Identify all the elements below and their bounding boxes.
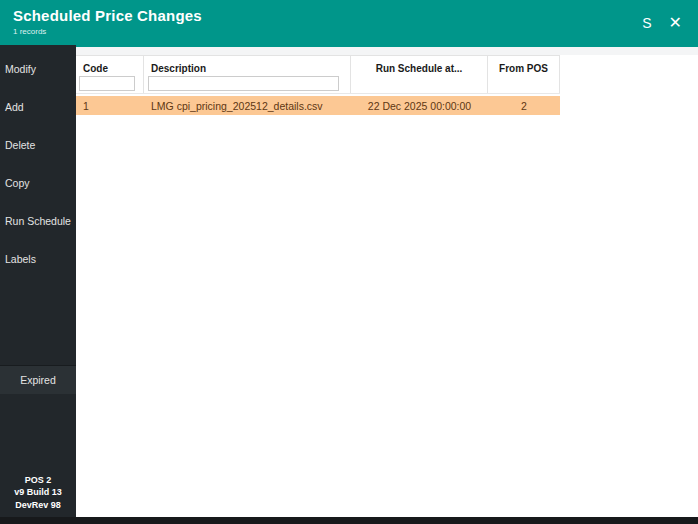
grid-filter-row bbox=[76, 76, 560, 94]
column-header-from-pos[interactable]: From POS bbox=[488, 56, 560, 76]
sidebar-item-delete[interactable]: Delete bbox=[0, 126, 76, 164]
row-run-schedule-value: 22 Dec 2025 00:00:00 bbox=[351, 100, 488, 112]
code-filter-input[interactable] bbox=[79, 76, 135, 91]
grid-top-strip bbox=[76, 47, 698, 55]
sidebar-item-run-schedule[interactable]: Run Schedule bbox=[0, 202, 76, 240]
column-header-run-schedule-at[interactable]: Run Schedule at... bbox=[351, 56, 488, 76]
filter-cell-description bbox=[144, 76, 351, 93]
sidebar-item-copy[interactable]: Copy bbox=[0, 164, 76, 202]
title-bar: Scheduled Price Changes 1 records S ✕ bbox=[0, 0, 698, 45]
record-count: 1 records bbox=[13, 27, 202, 36]
grid-header-row: Code Description Run Schedule at... From… bbox=[76, 56, 560, 76]
row-description-value: LMG cpi_pricing_202512_details.csv bbox=[144, 100, 351, 112]
main-content: Code Description Run Schedule at... From… bbox=[76, 45, 698, 517]
row-from-pos-value: 2 bbox=[488, 100, 560, 112]
filter-cell-from-pos bbox=[488, 76, 560, 93]
title-block: Scheduled Price Changes 1 records bbox=[0, 0, 202, 36]
bottom-bar bbox=[0, 517, 698, 524]
sidebar-item-modify[interactable]: Modify bbox=[0, 50, 76, 88]
column-header-description[interactable]: Description bbox=[144, 56, 351, 76]
scheduled-price-changes-window: Scheduled Price Changes 1 records S ✕ Mo… bbox=[0, 0, 698, 524]
sidebar: Modify Add Delete Copy Run Schedule Labe… bbox=[0, 45, 76, 517]
sidebar-item-expired[interactable]: Expired bbox=[0, 365, 76, 394]
pos-version-info: POS 2 v9 Build 13 DevRev 98 bbox=[0, 474, 76, 518]
build-version: v9 Build 13 DevRev 98 bbox=[0, 486, 76, 511]
row-code-value: 1 bbox=[76, 100, 144, 112]
pos-number: POS 2 bbox=[0, 474, 76, 487]
sidebar-item-labels[interactable]: Labels bbox=[0, 240, 76, 278]
page-title: Scheduled Price Changes bbox=[13, 7, 202, 25]
search-button[interactable]: S bbox=[642, 15, 651, 31]
price-changes-grid: Code Description Run Schedule at... From… bbox=[76, 55, 560, 115]
window-body: Modify Add Delete Copy Run Schedule Labe… bbox=[0, 45, 698, 517]
column-header-code[interactable]: Code bbox=[76, 56, 144, 76]
close-icon[interactable]: ✕ bbox=[669, 15, 682, 31]
filter-cell-run-schedule bbox=[351, 76, 488, 93]
filter-cell-code bbox=[76, 76, 144, 93]
sidebar-item-add[interactable]: Add bbox=[0, 88, 76, 126]
table-row[interactable]: 1 LMG cpi_pricing_202512_details.csv 22 … bbox=[76, 96, 560, 115]
description-filter-input[interactable] bbox=[148, 76, 339, 91]
title-bar-actions: S ✕ bbox=[642, 0, 698, 45]
